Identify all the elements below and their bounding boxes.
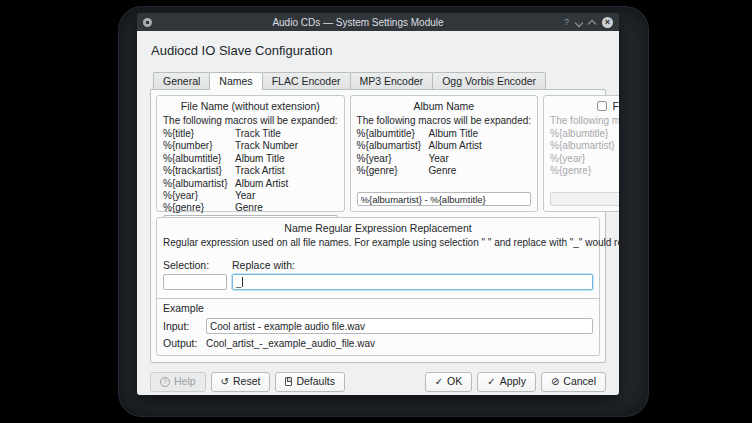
replace-with-label: Replace with: bbox=[232, 259, 295, 271]
macro-row: %{albumtitle}Album Title bbox=[550, 128, 619, 140]
macro-row: %{albumartist}Album Artist bbox=[357, 140, 532, 152]
apply-button-label: Apply bbox=[500, 375, 526, 388]
macro-name: %{year} bbox=[163, 190, 235, 202]
macro-name: %{year} bbox=[550, 153, 619, 165]
example-output-value: Cool_artist_-_example_audio_file.wav bbox=[206, 338, 375, 349]
macro-row: %{title}Track Title bbox=[163, 128, 338, 140]
macro-row: %{albumartist}Album Artist bbox=[163, 178, 338, 190]
tab-mp3-encoder[interactable]: MP3 Encoder bbox=[350, 72, 434, 89]
defaults-icon bbox=[285, 377, 292, 386]
cancel-button[interactable]: ⊘ Cancel bbox=[541, 372, 606, 392]
tab-general[interactable]: General bbox=[153, 72, 210, 89]
macro-row: %{genre}Genre bbox=[550, 165, 619, 177]
macro-desc: Year bbox=[235, 190, 338, 202]
album-name-pattern-input[interactable] bbox=[357, 192, 532, 206]
example-output-label: Output: bbox=[163, 337, 206, 349]
macro-desc: Track Title bbox=[235, 128, 338, 140]
text-caret bbox=[242, 277, 243, 287]
macro-row: %{year}Year bbox=[357, 153, 532, 165]
regex-fields-row: _ bbox=[163, 274, 593, 290]
example-output-row: Output: Cool_artist_-_example_audio_file… bbox=[163, 337, 593, 349]
help-button-label: Help bbox=[174, 375, 196, 388]
reset-button[interactable]: ↺ Reset bbox=[211, 372, 271, 392]
macro-row: %{albumtitle}Album Title bbox=[357, 128, 532, 140]
macro-name: %{albumartist} bbox=[163, 178, 235, 190]
macro-row: %{genre}Genre bbox=[163, 202, 338, 214]
macro-name: %{title} bbox=[163, 128, 235, 140]
example-frame: Example Input: Output: Cool_artist_-_exa… bbox=[157, 298, 599, 355]
macro-name: %{albumtitle} bbox=[550, 128, 619, 140]
names-tab-pane: File Name (without extension) The follow… bbox=[150, 89, 606, 363]
defaults-button-label: Defaults bbox=[296, 375, 335, 388]
macro-name: %{albumtitle} bbox=[357, 128, 429, 140]
regex-field-labels: Selection: Replace with: bbox=[163, 259, 593, 271]
help-button: ? Help bbox=[150, 372, 206, 392]
cancel-icon: ⊘ bbox=[551, 377, 559, 387]
maximize-icon[interactable] bbox=[589, 18, 595, 24]
macro-name: %{albumtitle} bbox=[163, 153, 235, 165]
regex-group-title: Name Regular Expression Replacement bbox=[163, 222, 593, 234]
macro-name: %{albumartist} bbox=[357, 140, 429, 152]
reset-icon: ↺ bbox=[221, 377, 229, 387]
macro-desc: Track Number bbox=[235, 140, 338, 152]
close-icon[interactable]: × bbox=[602, 17, 613, 28]
apply-check-icon: ✓ bbox=[487, 377, 495, 387]
macro-desc: Track Artist bbox=[235, 165, 338, 177]
album-name-intro: The following macros will be expanded: bbox=[357, 115, 532, 127]
audio-cd-icon bbox=[143, 18, 152, 27]
files-location-label: Files Location bbox=[612, 100, 619, 112]
defaults-button[interactable]: Defaults bbox=[275, 372, 345, 392]
settings-window: Audio CDs — System Settings Module ? × A… bbox=[137, 13, 619, 395]
replace-with-input[interactable]: _ bbox=[232, 274, 593, 290]
selection-input[interactable] bbox=[163, 274, 227, 290]
page-title: Audiocd IO Slave Configuration bbox=[151, 43, 606, 58]
file-name-group-title: File Name (without extension) bbox=[163, 100, 338, 112]
tab-flac-encoder[interactable]: FLAC Encoder bbox=[262, 72, 351, 89]
macro-desc: Genre bbox=[429, 165, 532, 177]
example-input-field[interactable] bbox=[206, 318, 593, 334]
macro-row: %{albumartist}Album Artist bbox=[550, 140, 619, 152]
macro-desc: Album Title bbox=[429, 128, 532, 140]
example-title: Example bbox=[163, 302, 593, 314]
file-name-group: File Name (without extension) The follow… bbox=[156, 95, 345, 212]
macro-name: %{trackartist} bbox=[163, 165, 235, 177]
macro-row: %{number}Track Number bbox=[163, 140, 338, 152]
tab-names[interactable]: Names bbox=[209, 72, 262, 90]
macro-row: %{year}Year bbox=[550, 153, 619, 165]
help-icon: ? bbox=[160, 377, 170, 387]
macro-desc: Album Artist bbox=[429, 140, 532, 152]
album-name-group: Album Name The following macros will be … bbox=[350, 95, 539, 212]
tab-ogg-vorbis-encoder[interactable]: Ogg Vorbis Encoder bbox=[432, 72, 546, 89]
macro-row: %{year}Year bbox=[163, 190, 338, 202]
files-location-intro: The following macros will be expanded: bbox=[550, 115, 619, 127]
macro-name: %{genre} bbox=[357, 165, 429, 177]
macro-desc: Album Artist bbox=[235, 178, 338, 190]
album-name-group-title: Album Name bbox=[357, 100, 532, 112]
regex-top: Name Regular Expression Replacement Regu… bbox=[157, 218, 599, 298]
apply-button[interactable]: ✓ Apply bbox=[477, 372, 536, 392]
regex-description: Regular expression used on all file name… bbox=[163, 237, 593, 249]
macro-groups-row: File Name (without extension) The follow… bbox=[156, 95, 600, 212]
shade-down-icon[interactable] bbox=[576, 18, 582, 24]
macro-name: %{number} bbox=[163, 140, 235, 152]
titlebar-help-icon[interactable]: ? bbox=[564, 17, 569, 27]
reset-button-label: Reset bbox=[233, 375, 260, 388]
macro-row: %{trackartist}Track Artist bbox=[163, 165, 338, 177]
example-input-row: Input: bbox=[163, 318, 593, 334]
replace-with-value: _ bbox=[236, 277, 241, 288]
files-location-group-title: Files Location bbox=[550, 100, 619, 112]
window-content: Audiocd IO Slave Configuration General N… bbox=[137, 31, 619, 395]
cancel-button-label: Cancel bbox=[563, 375, 596, 388]
file-name-intro: The following macros will be expanded: bbox=[163, 115, 338, 127]
macro-name: %{albumartist} bbox=[550, 140, 619, 152]
regex-replacement-group: Name Regular Expression Replacement Regu… bbox=[156, 217, 600, 356]
files-location-checkbox[interactable] bbox=[597, 101, 607, 111]
ok-button[interactable]: ✓ OK bbox=[425, 372, 473, 392]
titlebar[interactable]: Audio CDs — System Settings Module ? × bbox=[137, 13, 619, 31]
macro-desc: Album Title bbox=[235, 153, 338, 165]
macro-desc: Genre bbox=[235, 202, 338, 214]
files-location-pattern-input bbox=[550, 192, 619, 206]
macro-row: %{albumtitle}Album Title bbox=[163, 153, 338, 165]
window-title: Audio CDs — System Settings Module bbox=[156, 17, 560, 28]
macro-name: %{year} bbox=[357, 153, 429, 165]
